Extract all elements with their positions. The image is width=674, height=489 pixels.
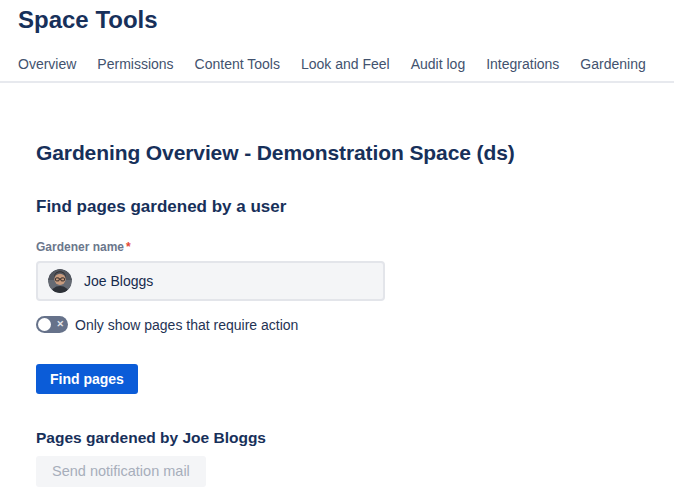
page-title: Space Tools [18,5,674,35]
results-heading: Pages gardened by Joe Bloggs [36,429,674,447]
space-tools-tab-bar: Overview Permissions Content Tools Look … [0,56,674,83]
tab-integrations[interactable]: Integrations [486,56,559,72]
gardener-name-label: Gardener name* [36,240,674,254]
gardening-overview-heading: Gardening Overview - Demonstration Space… [36,141,674,165]
page-header: Space Tools [0,0,674,35]
toggle-row: ✕ Only show pages that require action [36,316,674,333]
selected-user-name: Joe Bloggs [84,273,153,289]
main-content: Gardening Overview - Demonstration Space… [0,83,674,487]
find-pages-button[interactable]: Find pages [36,364,138,394]
tab-permissions[interactable]: Permissions [97,56,173,72]
tab-content-tools[interactable]: Content Tools [195,56,280,72]
tab-look-and-feel[interactable]: Look and Feel [301,56,390,72]
user-avatar [48,269,72,293]
toggle-knob [38,318,51,331]
tab-audit-log[interactable]: Audit log [411,56,465,72]
required-asterisk: * [126,240,131,254]
gardener-name-input[interactable]: Joe Bloggs [36,261,385,301]
toggle-label: Only show pages that require action [75,317,298,333]
tab-overview[interactable]: Overview [18,56,76,72]
gardener-name-label-text: Gardener name [36,240,124,254]
toggle-cross-icon: ✕ [56,320,64,329]
find-pages-heading: Find pages gardened by a user [36,197,674,217]
require-action-toggle[interactable]: ✕ [36,316,68,333]
tab-gardening[interactable]: Gardening [580,56,645,72]
send-notification-mail-button[interactable]: Send notification mail [36,456,206,487]
